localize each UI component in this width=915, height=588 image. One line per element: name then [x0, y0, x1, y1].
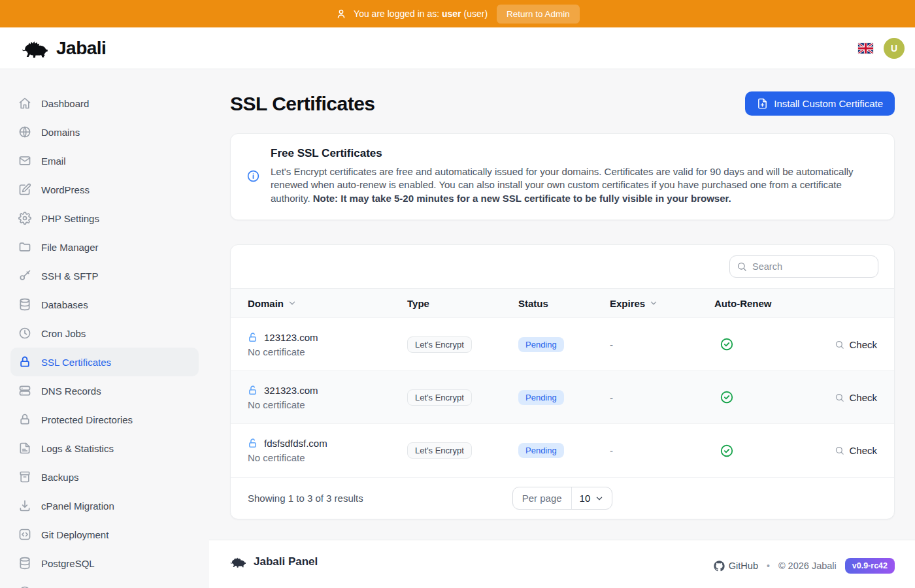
sidebar-item-cpanel-migration[interactable]: cPanel Migration: [10, 491, 199, 520]
avatar[interactable]: U: [884, 38, 905, 59]
sidebar-item-databases[interactable]: Databases: [10, 290, 199, 319]
sidebar-item-cron-jobs[interactable]: Cron Jobs: [10, 319, 199, 348]
check-action-button[interactable]: Check: [835, 392, 877, 403]
key-icon: [18, 269, 31, 282]
boar-logo-icon: [229, 555, 247, 569]
footer-brand: Jabali Panel: [254, 555, 318, 568]
lock-icon: [18, 355, 31, 368]
per-page-value: 10: [580, 493, 591, 504]
column-header-auto-renew: Auto-Renew: [714, 298, 805, 309]
type-badge: Let's Encrypt: [407, 389, 472, 406]
type-badge: Let's Encrypt: [407, 336, 472, 353]
sidebar-item-dashboard[interactable]: Dashboard: [10, 89, 199, 118]
check-action-button[interactable]: Check: [835, 339, 877, 350]
brand[interactable]: Jabali: [20, 37, 106, 60]
sidebar-item-git-deployment[interactable]: Git Deployment: [10, 520, 199, 549]
sidebar-item-dns-records[interactable]: DNS Records: [10, 376, 199, 405]
sidebar-item-logs-statistics[interactable]: Logs & Statistics: [10, 434, 199, 463]
github-link[interactable]: GitHub: [714, 561, 758, 572]
impersonation-message: You are logged in as: user (user): [335, 8, 488, 20]
sidebar-item-label: DNS Records: [41, 385, 101, 397]
globe-icon: [18, 125, 31, 139]
table-row: fdsfsdfdsf.com No certificate Let's Encr…: [231, 424, 894, 477]
column-header-status: Status: [518, 298, 610, 309]
certificate-status-text: No certificate: [248, 346, 407, 357]
sidebar-item-label: PostgreSQL: [41, 558, 95, 569]
type-badge: Let's Encrypt: [407, 442, 472, 459]
table-header-row: Domain Type Status Expires Auto-Renew: [231, 288, 894, 318]
logged-in-text: You are logged in as:: [354, 8, 439, 19]
sidebar-item-backups[interactable]: Backups: [10, 463, 199, 491]
sidebar-item-file-manager[interactable]: File Manager: [10, 233, 199, 261]
unlock-icon: [248, 438, 259, 449]
home-icon: [18, 97, 31, 110]
auto-renew-enabled-icon[interactable]: [720, 390, 805, 404]
language-flag-icon[interactable]: [858, 43, 873, 54]
footer-separator: •: [767, 561, 770, 571]
sidebar-item-label: SSH & SFTP: [41, 270, 99, 282]
certificate-status-text: No certificate: [248, 452, 407, 463]
archive-icon: [18, 470, 31, 483]
sidebar-item-label: Email: [41, 155, 66, 167]
main-content: SSL Certificates Install Custom Certific…: [209, 69, 915, 588]
version-badge[interactable]: v0.9-rc42: [845, 558, 895, 574]
expires-value: -: [610, 392, 714, 403]
chevron-down-icon: [649, 299, 658, 308]
info-box-note: Note: It may take 5-20 minutes for a new…: [313, 193, 731, 204]
install-button-label: Install Custom Certificate: [774, 98, 883, 109]
database-icon: [18, 298, 31, 311]
column-header-domain[interactable]: Domain: [248, 298, 407, 309]
search-input[interactable]: [729, 255, 878, 278]
domain-name[interactable]: fdsfsdfdsf.com: [264, 438, 327, 449]
sidebar-item-partial[interactable]: [10, 578, 199, 588]
server-icon: [18, 384, 31, 397]
install-custom-certificate-button[interactable]: Install Custom Certificate: [745, 91, 895, 116]
info-box-title: Free SSL Certificates: [271, 147, 869, 160]
sidebar-item-postgresql[interactable]: PostgreSQL: [10, 549, 199, 578]
unlock-icon: [248, 332, 259, 343]
sidebar-item-label: Cron Jobs: [41, 328, 86, 339]
sidebar-item-protected-directories[interactable]: Protected Directories: [10, 405, 199, 434]
sidebar-item-ssl-certificates[interactable]: SSL Certificates: [10, 348, 199, 376]
auto-renew-enabled-icon[interactable]: [720, 337, 805, 351]
clock-icon: [18, 327, 31, 340]
sidebar-item-label: Backups: [41, 472, 79, 483]
column-header-expires[interactable]: Expires: [610, 298, 714, 309]
sidebar-item-ssh-sftp[interactable]: SSH & SFTP: [10, 261, 199, 290]
sidebar-item-label: cPanel Migration: [41, 500, 114, 512]
status-badge: Pending: [518, 337, 564, 352]
info-icon: [246, 169, 260, 183]
sidebar-item-label: Domains: [41, 127, 80, 138]
expires-value: -: [610, 445, 714, 456]
sidebar-item-label: Dashboard: [41, 98, 89, 109]
padlock-icon: [18, 413, 31, 426]
magnifier-icon: [835, 446, 844, 455]
sidebar: Dashboard Domains Email WordPress PHP Se…: [0, 69, 209, 588]
magnifier-icon: [835, 340, 844, 350]
sidebar-item-email[interactable]: Email: [10, 146, 199, 175]
per-page-label: Per page: [513, 487, 572, 509]
status-badge: Pending: [518, 390, 564, 405]
domain-name[interactable]: 123123.com: [264, 332, 318, 343]
status-badge: Pending: [518, 443, 564, 458]
table-row: 123123.com No certificate Let's Encrypt …: [231, 318, 894, 371]
file-text-icon: [18, 442, 31, 455]
per-page-select[interactable]: Per page 10: [512, 487, 613, 510]
magnifier-icon: [835, 393, 844, 402]
domain-name[interactable]: 321323.com: [264, 385, 318, 396]
return-to-admin-button[interactable]: Return to Admin: [497, 5, 580, 24]
sidebar-item-domains[interactable]: Domains: [10, 118, 199, 146]
footer-copyright: © 2026 Jabali: [778, 561, 837, 571]
ssl-certificates-table-card: Domain Type Status Expires Auto-Renew: [230, 244, 895, 519]
sidebar-item-label: SSL Certificates: [41, 357, 111, 368]
sidebar-item-php-settings[interactable]: PHP Settings: [10, 204, 199, 233]
sidebar-item-wordpress[interactable]: WordPress: [10, 175, 199, 204]
impersonation-bar: You are logged in as: user (user) Return…: [0, 0, 915, 27]
boar-logo-icon: [20, 37, 50, 60]
check-action-button[interactable]: Check: [835, 445, 877, 456]
auto-renew-enabled-icon[interactable]: [720, 444, 805, 458]
user-icon: [335, 8, 347, 20]
gear-icon: [18, 212, 31, 225]
brand-name: Jabali: [56, 38, 106, 59]
edit-icon: [18, 183, 31, 196]
